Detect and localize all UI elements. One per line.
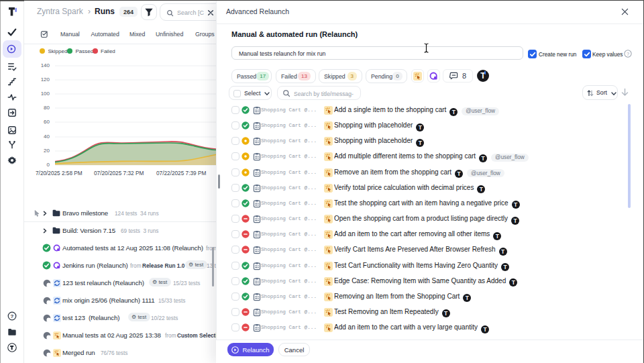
svg-text:?: ? xyxy=(11,313,14,319)
svg-text:?: ? xyxy=(627,51,629,57)
